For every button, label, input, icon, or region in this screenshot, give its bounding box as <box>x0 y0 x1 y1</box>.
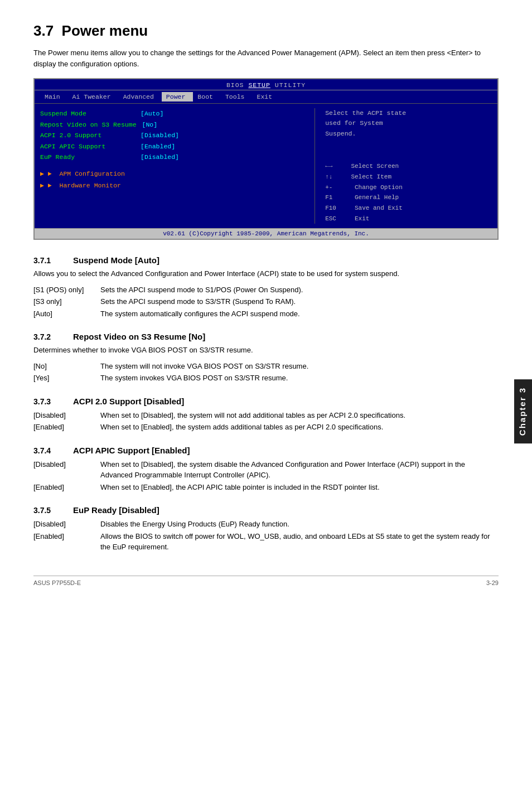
option-desc: The system automatically configures the … <box>100 308 499 320</box>
option-value: [Yes] <box>33 372 100 384</box>
chapter-tab: Chapter 3 <box>514 379 532 443</box>
sub-title-373: ACPI 2.0 Support [Disabled] <box>73 397 184 406</box>
sub-title-375: EuP Ready [Disabled] <box>73 505 159 515</box>
footer-left: ASUS P7P55D-E <box>33 579 81 586</box>
option-table-373: [Disabled] When set to [Disabled], the s… <box>33 409 499 433</box>
bios-item-acpi20: ACPI 2.0 Support [Disabled] <box>40 130 315 141</box>
sub-num-375: 3.7.5 <box>33 506 64 515</box>
bios-right-panel: Select the ACPI stateused for SystemSusp… <box>315 108 492 224</box>
option-desc: When set to [Enabled], the system adds a… <box>100 421 499 433</box>
bios-content-area: Suspend Mode [Auto] Repost Video on S3 R… <box>35 104 497 228</box>
sub-desc-371: Allows you to select the Advanced Config… <box>33 268 499 279</box>
bios-submenu-apm[interactable]: ► APM Configuration <box>40 168 315 180</box>
footer-right: 3-29 <box>486 579 499 586</box>
bios-menu-exit[interactable]: Exit <box>252 92 280 102</box>
option-desc: The system will not invoke VGA BIOS POST… <box>100 360 499 373</box>
bios-submenu-hwmonitor[interactable]: ► Hardware Monitor <box>40 180 315 191</box>
sub-num-374: 3.7.4 <box>33 446 64 455</box>
bios-footer: v02.61 (C)Copyright 1985-2009, American … <box>35 228 497 239</box>
section-title: 3.7 Power menu <box>33 22 499 40</box>
section-heading: Power menu <box>62 22 148 39</box>
option-table-374: [Disabled] When set to [Disabled], the s… <box>33 458 499 494</box>
sub-title-371: Suspend Mode [Auto] <box>73 255 159 265</box>
bios-menu-tools[interactable]: Tools <box>221 92 253 102</box>
section-number: 3.7 <box>33 22 54 39</box>
bios-menu-advanced[interactable]: Advanced <box>119 92 162 102</box>
bios-menu-power[interactable]: Power <box>162 92 194 102</box>
subsection-3-7-5: 3.7.5 EuP Ready [Disabled] [Disabled] Di… <box>33 505 499 553</box>
option-desc: Allows the BIOS to switch off power for … <box>100 530 499 553</box>
bios-left-panel: Suspend Mode [Auto] Repost Video on S3 R… <box>40 108 315 224</box>
table-row: [Disabled] When set to [Disabled], the s… <box>33 458 499 481</box>
bios-item-suspend-mode: Suspend Mode [Auto] <box>40 108 315 119</box>
bios-item-repost-video: Repost Video on S3 Resume [No] <box>40 119 315 131</box>
option-desc: When set to [Enabled], the ACPI APIC tab… <box>100 481 499 494</box>
table-row: [Auto] The system automatically configur… <box>33 308 499 320</box>
option-value: [Enabled] <box>33 481 100 494</box>
intro-paragraph: The Power menu items allow you to change… <box>33 47 499 69</box>
subsection-3-7-4: 3.7.4 ACPI APIC Support [Enabled] [Disab… <box>33 446 499 494</box>
table-row: [S1 (POS) only] Sets the APCI suspend mo… <box>33 284 499 296</box>
option-desc: Disables the Energy Using Products (EuP)… <box>100 518 499 530</box>
option-table-375: [Disabled] Disables the Energy Using Pro… <box>33 518 499 553</box>
table-row: [Enabled] Allows the BIOS to switch off … <box>33 530 499 553</box>
bios-menu-row: Main Ai Tweaker Advanced Power Boot Tool… <box>35 90 497 104</box>
option-value: [Enabled] <box>33 421 100 433</box>
option-desc: When set to [Disabled], the system disab… <box>100 458 499 481</box>
bios-key-help: ←→ Select Screen ↑↓ Select Item +- Chang… <box>325 161 492 224</box>
option-value: [No] <box>33 360 100 373</box>
table-row: [Enabled] When set to [Enabled], the ACP… <box>33 481 499 494</box>
table-row: [Yes] The system invokes VGA BIOS POST o… <box>33 372 499 384</box>
option-desc: Sets the APCI suspend mode to S1/POS (Po… <box>100 284 499 296</box>
subsection-3-7-3: 3.7.3 ACPI 2.0 Support [Disabled] [Disab… <box>33 397 499 433</box>
sub-num-372: 3.7.2 <box>33 332 64 341</box>
option-table-372: [No] The system will not invoke VGA BIOS… <box>33 360 499 384</box>
subsection-3-7-2: 3.7.2 Repost Video on S3 Resume [No] Det… <box>33 332 499 384</box>
option-desc: Sets the APCI suspend mode to S3/STR (Su… <box>100 296 499 308</box>
option-value: [S1 (POS) only] <box>33 284 100 296</box>
table-row: [Enabled] When set to [Enabled], the sys… <box>33 421 499 433</box>
bios-setup-box: BIOS SETUP UTILITY Main Ai Tweaker Advan… <box>33 78 499 240</box>
bios-help-text: Select the ACPI stateused for SystemSusp… <box>325 108 492 139</box>
sub-title-374: ACPI APIC Support [Enabled] <box>73 446 190 455</box>
option-value: [Auto] <box>33 308 100 320</box>
sub-title-372: Repost Video on S3 Resume [No] <box>73 332 205 341</box>
sub-desc-372: Determines whether to invoke VGA BIOS PO… <box>33 345 499 356</box>
option-value: [Enabled] <box>33 530 100 553</box>
table-row: [Disabled] When set to [Disabled], the s… <box>33 409 499 422</box>
sub-num-373: 3.7.3 <box>33 397 64 406</box>
bios-titlebar: BIOS SETUP UTILITY <box>35 79 497 90</box>
bios-item-eup: EuP Ready [Disabled] <box>40 152 315 163</box>
subsection-3-7-1: 3.7.1 Suspend Mode [Auto] Allows you to … <box>33 255 499 320</box>
bios-menu-main[interactable]: Main <box>40 92 68 102</box>
sub-num-371: 3.7.1 <box>33 256 64 265</box>
bios-menu-boot[interactable]: Boot <box>193 92 221 102</box>
option-table-371: [S1 (POS) only] Sets the APCI suspend mo… <box>33 284 499 320</box>
option-value: [Disabled] <box>33 409 100 422</box>
table-row: [S3 only] Sets the APCI suspend mode to … <box>33 296 499 308</box>
option-value: [Disabled] <box>33 518 100 530</box>
option-desc: When set to [Disabled], the system will … <box>100 409 499 422</box>
option-desc: The system invokes VGA BIOS POST on S3/S… <box>100 372 499 384</box>
option-value: [S3 only] <box>33 296 100 308</box>
bios-item-acpi-apic: ACPI APIC Support [Enabled] <box>40 141 315 152</box>
bios-menu-aitweaker[interactable]: Ai Tweaker <box>68 92 119 102</box>
page-footer: ASUS P7P55D-E 3-29 <box>33 576 499 586</box>
table-row: [Disabled] Disables the Energy Using Pro… <box>33 518 499 530</box>
option-value: [Disabled] <box>33 458 100 481</box>
table-row: [No] The system will not invoke VGA BIOS… <box>33 360 499 373</box>
